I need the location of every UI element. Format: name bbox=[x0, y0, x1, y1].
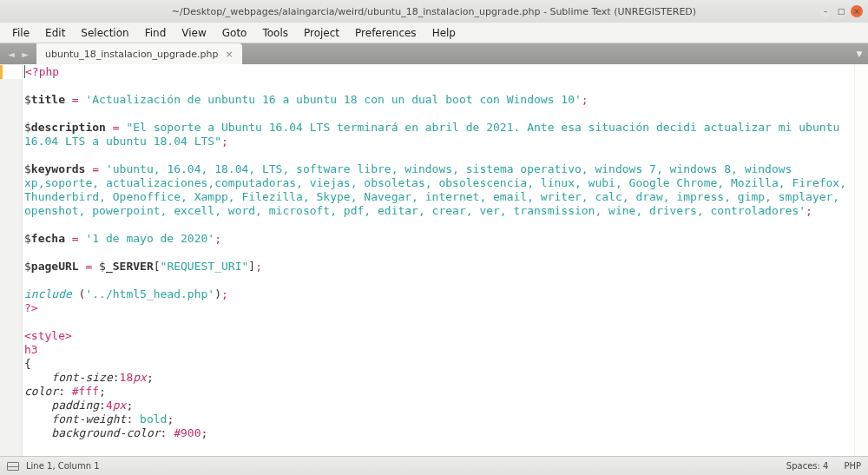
menu-view[interactable]: View bbox=[174, 24, 213, 42]
menu-selection[interactable]: Selection bbox=[74, 24, 135, 42]
close-button[interactable]: × bbox=[851, 5, 863, 17]
editor: <?php $title = 'Actualización de unbuntu… bbox=[0, 64, 868, 456]
menu-edit[interactable]: Edit bbox=[38, 24, 72, 42]
menu-preferences[interactable]: Preferences bbox=[348, 24, 424, 42]
minimize-button[interactable]: – bbox=[819, 5, 832, 17]
gutter bbox=[0, 64, 23, 456]
menu-find[interactable]: Find bbox=[138, 24, 174, 42]
window-titlebar: ~/Desktop/_webpages/alaingarcia/weird/ub… bbox=[0, 0, 868, 23]
status-syntax[interactable]: PHP bbox=[844, 461, 861, 471]
tab-nav: ◄ ► bbox=[0, 43, 36, 64]
menu-goto[interactable]: Goto bbox=[215, 24, 254, 42]
status-spaces[interactable]: Spaces: 4 bbox=[786, 461, 829, 471]
menu-help[interactable]: Help bbox=[425, 24, 463, 42]
tab-label: ubuntu_18_instalacion_upgrade.php bbox=[45, 49, 218, 60]
window-buttons: – □ × bbox=[819, 5, 863, 17]
tab-prev-icon[interactable]: ◄ bbox=[5, 48, 17, 60]
menu-bar: File Edit Selection Find View Goto Tools… bbox=[0, 23, 868, 43]
tab-overflow-icon[interactable]: ▼ bbox=[851, 43, 868, 64]
tab-bar: ◄ ► ubuntu_18_instalacion_upgrade.php × … bbox=[0, 43, 868, 64]
code-area[interactable]: <?php $title = 'Actualización de unbuntu… bbox=[23, 64, 854, 456]
status-position[interactable]: Line 1, Column 1 bbox=[26, 461, 100, 471]
tab-active[interactable]: ubuntu_18_instalacion_upgrade.php × bbox=[36, 43, 242, 64]
panel-toggle-icon[interactable] bbox=[7, 462, 19, 471]
tab-next-icon[interactable]: ► bbox=[19, 48, 31, 60]
tab-close-icon[interactable]: × bbox=[225, 49, 233, 60]
menu-file[interactable]: File bbox=[5, 24, 36, 42]
gutter-current-line bbox=[0, 65, 22, 79]
window-title: ~/Desktop/_webpages/alaingarcia/weird/ub… bbox=[172, 6, 696, 17]
menu-project[interactable]: Project bbox=[297, 24, 346, 42]
code-line: <?php bbox=[25, 65, 59, 78]
status-bar: Line 1, Column 1 Spaces: 4 PHP bbox=[0, 456, 868, 475]
menu-tools[interactable]: Tools bbox=[255, 24, 295, 42]
maximize-button[interactable]: □ bbox=[835, 5, 847, 17]
minimap[interactable] bbox=[854, 64, 868, 456]
